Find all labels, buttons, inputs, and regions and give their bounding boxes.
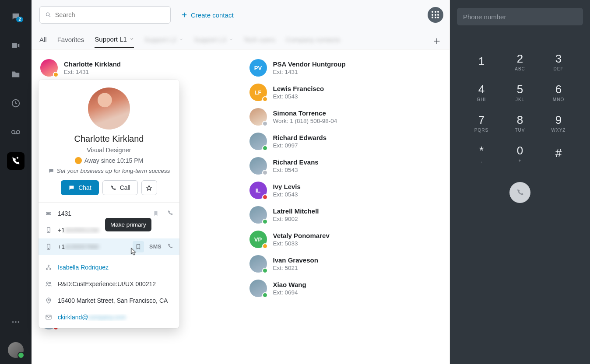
contact-row[interactable]: Xiao WangExt: 0694 <box>241 276 450 301</box>
dialer-key-2[interactable]: 2ABC <box>501 46 539 77</box>
plus-icon <box>432 36 442 46</box>
nav-voicemail[interactable] <box>7 123 25 141</box>
apps-button[interactable] <box>428 7 443 23</box>
away-icon <box>75 157 82 164</box>
svg-point-12 <box>48 231 49 232</box>
contact-avatar: IL <box>249 182 267 199</box>
self-avatar[interactable] <box>8 342 24 358</box>
org-icon <box>45 264 53 271</box>
chat-button[interactable]: Chat <box>61 180 99 195</box>
address-value: 15400 Market Street, San Francisco, CA <box>58 297 173 304</box>
contact-row[interactable]: PVPSA Vendor HuntgroupExt: 1431 <box>241 56 450 80</box>
contact-row[interactable]: Richard EdwardsExt: 0997 <box>241 129 450 154</box>
sms-button[interactable]: SMS <box>149 244 162 250</box>
dialer-input-wrap[interactable] <box>457 8 583 25</box>
svg-point-18 <box>46 282 48 284</box>
add-tab-button[interactable] <box>432 36 442 47</box>
svg-point-6 <box>46 13 49 16</box>
profile-avatar <box>88 88 130 130</box>
contact-name: Lewis Francisco <box>273 85 324 92</box>
svg-point-2 <box>17 130 20 133</box>
svg-point-5 <box>18 321 20 323</box>
tab-hidden-1[interactable]: Support L2 <box>144 36 183 48</box>
svg-point-20 <box>48 299 49 301</box>
create-contact-button[interactable]: Create contact <box>180 11 234 19</box>
nav-files[interactable] <box>7 66 25 83</box>
contact-name: Ivan Graveson <box>273 256 318 264</box>
nav-chat[interactable]: 2 <box>7 8 25 25</box>
contact-sub: Ext: 5021 <box>273 265 318 271</box>
contact-row[interactable]: Charlotte KirklandExt: 1431 <box>32 56 241 80</box>
contact-sub: Ext: 0694 <box>273 289 306 296</box>
nav-video[interactable] <box>7 37 25 54</box>
speech-icon <box>48 168 54 174</box>
profile-row-department: R&D:CustExperience:UI/UX 000212 <box>39 276 179 292</box>
dialer-key-3[interactable]: 3DEF <box>539 46 578 77</box>
svg-point-3 <box>12 321 14 323</box>
contact-sub: Ext: 5033 <box>273 240 330 247</box>
dialer-call-button[interactable] <box>509 182 530 203</box>
contact-name: Ivy Levis <box>273 183 301 190</box>
dialer-key-0[interactable]: 0+ <box>501 138 539 169</box>
svg-point-19 <box>49 282 51 284</box>
contact-name: Xiao Wang <box>273 281 306 288</box>
contact-name: Richard Evans <box>273 158 319 166</box>
nav-history[interactable] <box>7 94 25 112</box>
search-input[interactable] <box>55 11 165 18</box>
row-call-button[interactable] <box>167 243 173 251</box>
tab-favorites[interactable]: Favorites <box>57 36 84 48</box>
contact-row[interactable]: LFLewis FranciscoExt: 0543 <box>241 80 450 105</box>
tab-support-l1[interactable]: Support L1 <box>95 35 133 48</box>
status-dot <box>262 121 268 126</box>
contact-name: PSA Vendor Huntgroup <box>273 60 346 68</box>
contact-row[interactable]: ILIvy LevisExt: 0543 <box>241 178 450 203</box>
status-dot <box>262 145 268 151</box>
row-call-button[interactable] <box>167 210 173 217</box>
status-dot <box>262 268 268 273</box>
more-icon <box>11 317 21 327</box>
search-field[interactable] <box>39 6 171 24</box>
tab-hidden-4[interactable]: Company contacts <box>286 36 340 48</box>
contact-row[interactable]: Richard EvansExt: 0543 <box>241 154 450 178</box>
tab-hidden-2[interactable]: Support L3 <box>194 36 233 48</box>
dialer-key-1[interactable]: 1 <box>462 46 501 77</box>
contact-row[interactable]: Ivan GravesonExt: 5021 <box>241 252 450 276</box>
email-value: ckirkland@company.com <box>58 314 173 321</box>
profile-row-email[interactable]: ckirkland@company.com <box>39 309 179 326</box>
contact-row[interactable]: VPVetaly PonomarevExt: 5033 <box>241 227 450 252</box>
dialer-key-#[interactable]: # <box>539 138 578 169</box>
contact-row[interactable]: Latrell MitchellExt: 9002 <box>241 203 450 227</box>
status-dot <box>262 194 268 200</box>
dialer-input[interactable] <box>463 13 577 21</box>
profile-tagline: Set your business up for long-term succe… <box>46 168 172 174</box>
tab-all[interactable]: All <box>39 36 47 48</box>
svg-point-9 <box>48 213 49 214</box>
dialer-key-8[interactable]: 8TUV <box>501 108 539 138</box>
mouse-cursor <box>130 248 138 257</box>
dialer-key-4[interactable]: 4GHI <box>462 77 501 108</box>
nav-more[interactable] <box>7 313 25 331</box>
favorite-button[interactable] <box>141 180 157 195</box>
manager-value: Isabella Rodriquez <box>58 264 173 271</box>
phone-icon <box>516 188 524 197</box>
status-dot <box>262 96 268 102</box>
dialer-key-9[interactable]: 9WXYZ <box>539 108 578 138</box>
call-button[interactable]: Call <box>102 180 138 195</box>
contact-profile-popover: Charlotte Kirkland Visual Designer Away … <box>39 80 179 328</box>
contact-sub: Ext: 0543 <box>273 93 324 100</box>
dialer-key-5[interactable]: 5JKL <box>501 77 539 108</box>
profile-row-address: 15400 Market Street, San Francisco, CA <box>39 292 179 309</box>
tab-hidden-3[interactable]: Tech users <box>244 36 276 48</box>
nav-contacts[interactable] <box>7 152 25 170</box>
profile-row-manager[interactable]: Isabella Rodriquez <box>39 259 179 276</box>
dialer-key-7[interactable]: 7PQRS <box>462 108 501 138</box>
dialer-key-6[interactable]: 6MNO <box>539 77 578 108</box>
contact-name: Simona Torrence <box>273 109 337 117</box>
profile-row-phone-2[interactable]: +14155557890 SMS <box>39 238 179 255</box>
dialer-key-*[interactable]: *, <box>462 138 501 169</box>
video-icon <box>11 41 21 50</box>
folder-icon <box>11 70 21 79</box>
bookmark-icon[interactable] <box>150 208 162 219</box>
team-icon <box>45 280 53 287</box>
contact-row[interactable]: Simona TorrenceWork: 1 (818) 508-98-04 <box>241 105 450 129</box>
